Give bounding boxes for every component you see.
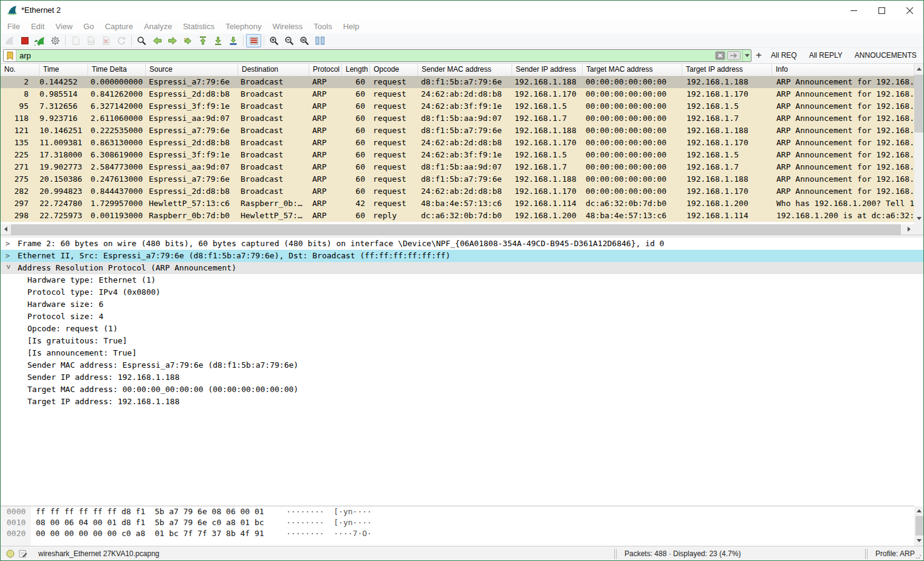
profile-label[interactable]: Profile: ARP [875,549,915,558]
detail-line[interactable]: >Frame 2: 60 bytes on wire (480 bits), 6… [1,238,923,250]
stop-capture-icon[interactable] [17,34,32,47]
detail-line[interactable]: Sender IP address: 192.168.1.188 [1,371,923,384]
column-header-time-delta[interactable]: Time Delta [88,64,146,76]
column-header-sender-mac-address[interactable]: Sender MAC address [418,64,512,76]
column-header-opcode[interactable]: Opcode [370,64,418,76]
column-header-destination[interactable]: Destination [238,64,309,76]
menu-item-file[interactable]: File [2,20,26,33]
detail-line[interactable]: Protocol type: IPv4 (0x0800) [1,286,923,298]
close-button[interactable] [895,1,923,20]
hex-row[interactable]: 0000ff ff ff ff ff ff d8 f1 5b a7 79 6e … [1,506,914,517]
scroll-up-icon[interactable] [917,67,922,71]
menu-item-analyze[interactable]: Analyze [139,20,177,33]
menu-item-telephony[interactable]: Telephony [220,20,267,33]
bytes-vscrollbar[interactable] [914,506,924,546]
packet-row[interactable]: 28220.9948230.844437000Espressi_2d:d8:b8… [1,185,914,198]
resize-grip[interactable] [915,553,922,559]
capture-comment-icon[interactable] [19,549,27,560]
menu-item-go[interactable]: Go [78,20,99,33]
column-header-source[interactable]: Source [146,64,238,76]
go-to-bottom-icon[interactable] [210,34,225,47]
scroll-up-icon[interactable] [917,509,922,512]
zoom-reset-icon[interactable] [297,34,312,47]
detail-line[interactable]: Protocol size: 4 [1,311,923,323]
packet-list-vscrollbar[interactable] [914,64,924,224]
menu-item-statistics[interactable]: Statistics [177,20,220,33]
column-header-time[interactable]: Time [39,64,88,76]
filter-clear-icon[interactable] [715,51,725,60]
scroll-left-icon[interactable] [4,227,7,232]
filter-button-annoucements[interactable]: ANNOUCEMENTS [849,49,923,62]
filter-bookmark-icon[interactable] [4,50,16,61]
collapse-icon[interactable]: > [2,265,15,272]
column-header-no[interactable]: No. [1,64,39,76]
filter-apply-icon[interactable] [727,51,741,60]
column-header-protocol[interactable]: Protocol [309,64,342,76]
find-packet-icon[interactable] [134,34,149,47]
packet-row[interactable]: 13511.0093810.863130000Espressi_2d:d8:b8… [1,137,914,149]
display-filter-field[interactable] [3,49,751,62]
packet-row[interactable]: 80.9855140.841262000Espressi_2d:d8:b8Bro… [1,88,914,100]
packet-row[interactable]: 957.3126566.327142000Espressi_3f:f9:1eBr… [1,100,914,112]
scroll-right-icon[interactable] [908,227,911,232]
expand-icon[interactable]: > [5,250,13,262]
restart-capture-icon[interactable] [32,34,47,47]
filter-dropdown-caret-icon[interactable] [742,50,751,61]
packet-row[interactable]: 20.1442520.000000000Espressi_a7:79:6eBro… [1,76,914,88]
go-back-icon[interactable] [149,34,165,47]
filter-button-all-reply[interactable]: All REPLY [803,49,849,62]
menu-item-edit[interactable]: Edit [26,20,50,33]
menu-item-wireless[interactable]: Wireless [267,20,308,33]
maximize-button[interactable] [868,1,895,20]
packet-list-hscrollbar[interactable] [1,224,914,235]
vscroll-thumb[interactable] [914,75,924,133]
packet-row[interactable]: 27119.9027732.584773000Espressi_aa:9d:07… [1,161,914,173]
menu-item-help[interactable]: Help [338,20,365,33]
packet-row[interactable]: 29722.7247801.729957000HewlettP_57:13:c6… [1,198,914,210]
expand-icon[interactable]: > [5,238,13,250]
detail-line[interactable]: >Ethernet II, Src: Espressi_a7:79:6e (d8… [1,250,923,262]
hex-bytes[interactable]: 00 00 00 00 00 00 c0 a8 01 bc 7f 7f 37 8… [36,529,264,538]
detail-line[interactable]: >Address Resolution Protocol (ARP Announ… [1,262,923,274]
go-to-packet-icon[interactable] [180,34,195,47]
hex-bytes[interactable]: 08 00 06 04 00 01 d8 f1 5b a7 79 6e c0 a… [36,518,264,527]
display-filter-input[interactable] [16,51,715,60]
menu-item-capture[interactable]: Capture [100,20,139,33]
packet-row[interactable]: 1189.9237162.611060000Espressi_aa:9d:07B… [1,112,914,125]
scroll-down-icon[interactable] [917,539,922,542]
column-header-info[interactable]: Info [772,64,914,76]
go-forward-icon[interactable] [165,34,180,47]
expert-info-icon[interactable] [6,549,15,560]
zoom-out-icon[interactable] [282,34,297,47]
minimize-button[interactable] [840,1,868,20]
detail-line[interactable]: Target MAC address: 00:00:00_00:00:00 (0… [1,384,923,396]
column-header-length[interactable]: Length [342,64,370,76]
detail-line[interactable]: Sender MAC address: Espressi_a7:79:6e (d… [1,359,923,371]
go-to-top-icon[interactable] [195,34,210,47]
hex-row[interactable]: 002000 00 00 00 00 00 c0 a8 01 bc 7f 7f … [1,528,914,539]
resize-columns-icon[interactable] [312,34,327,47]
menu-item-tools[interactable]: Tools [308,20,337,33]
bytes-vscroll-thumb[interactable] [915,516,923,535]
detail-line[interactable]: Hardware size: 6 [1,298,923,311]
hex-bytes[interactable]: ff ff ff ff ff ff d8 f1 5b a7 79 6e 08 0… [36,507,264,516]
colorize-icon[interactable] [246,34,261,47]
packet-row[interactable]: 22517.3180006.308619000Espressi_3f:f9:1e… [1,149,914,161]
packet-row[interactable]: 29822.7259730.001193000Raspberr_0b:7d:b0… [1,210,914,222]
auto-scroll-icon[interactable] [225,34,241,47]
packet-row[interactable]: 12110.1462510.222535000Espressi_a7:79:6e… [1,125,914,137]
detail-line[interactable]: [Is announcement: True] [1,347,923,359]
detail-line[interactable]: Opcode: request (1) [1,323,923,335]
packet-row[interactable]: 27520.1503860.247613000Espressi_a7:79:6e… [1,173,914,185]
column-header-sender-ip-address[interactable]: Sender IP address [512,64,583,76]
detail-line[interactable]: Target IP address: 192.168.1.188 [1,396,923,408]
hex-row[interactable]: 001008 00 06 04 00 01 d8 f1 5b a7 79 6e … [1,517,914,528]
scroll-down-icon[interactable] [917,217,922,220]
zoom-in-icon[interactable] [267,34,282,47]
filter-button-all-req[interactable]: All REQ [765,49,803,62]
column-header-target-ip-address[interactable]: Target IP address [682,64,772,76]
column-header-target-mac-address[interactable]: Target MAC address [583,64,682,76]
filter-add-button[interactable]: + [754,49,764,62]
capture-options-icon[interactable] [47,34,63,47]
detail-line[interactable]: Hardware type: Ethernet (1) [1,274,923,286]
